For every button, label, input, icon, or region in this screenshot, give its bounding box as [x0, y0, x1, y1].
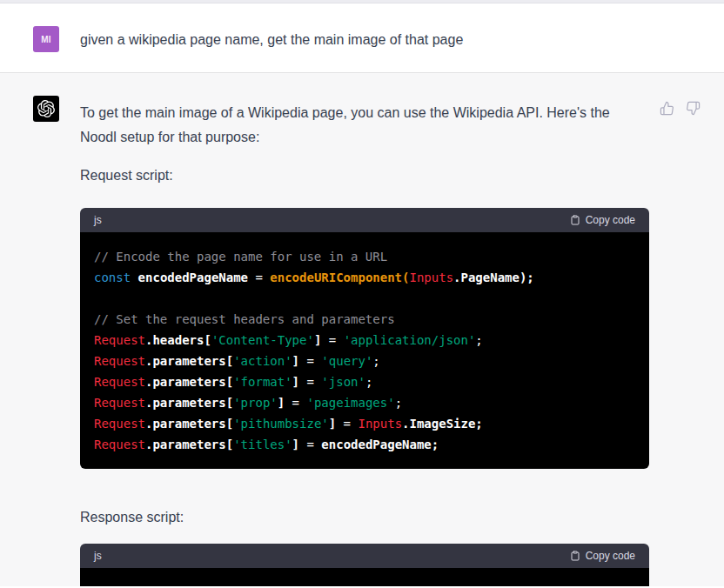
message-feedback-actions — [660, 101, 701, 116]
code-block-header: js Copy code — [80, 208, 649, 232]
assistant-intro-text: To get the main image of a Wikipedia pag… — [80, 101, 649, 150]
clipboard-icon — [570, 551, 580, 561]
code-block-header: js Copy code — [80, 544, 649, 568]
assistant-message-row: To get the main image of a Wikipedia pag… — [33, 96, 691, 586]
thumbs-up-button[interactable] — [660, 101, 674, 116]
code-block-body — [80, 568, 649, 586]
user-message-text: given a wikipedia page name, get the mai… — [80, 28, 649, 52]
thumbs-down-icon — [686, 101, 701, 116]
thumbs-up-icon — [660, 101, 674, 116]
copy-code-label: Copy code — [586, 550, 635, 562]
request-script-code: // Encode the page name for use in a URL… — [94, 246, 635, 455]
user-message-section: MI given a wikipedia page name, get the … — [0, 3, 724, 72]
assistant-avatar — [33, 96, 59, 122]
copy-code-button[interactable]: Copy code — [570, 214, 635, 226]
user-message-row: MI given a wikipedia page name, get the … — [33, 26, 691, 52]
thumbs-down-button[interactable] — [686, 101, 701, 116]
code-block-response: js Copy code — [80, 544, 649, 586]
code-language-label: js — [94, 208, 102, 232]
request-script-label: Request script: — [80, 164, 649, 188]
copy-code-label: Copy code — [586, 214, 635, 226]
user-message-content: given a wikipedia page name, get the mai… — [80, 26, 649, 52]
assistant-message-section: To get the main image of a Wikipedia pag… — [0, 72, 724, 586]
clipboard-icon — [570, 215, 580, 225]
openai-logo-icon — [37, 100, 55, 117]
assistant-message-content: To get the main image of a Wikipedia pag… — [80, 96, 649, 586]
code-language-label: js — [94, 544, 102, 568]
user-avatar: MI — [33, 26, 59, 52]
response-script-label: Response script: — [80, 505, 649, 530]
copy-code-button[interactable]: Copy code — [570, 550, 635, 562]
code-block-body: // Encode the page name for use in a URL… — [80, 232, 649, 469]
code-block-request: js Copy code // Encode the page name for… — [80, 208, 649, 469]
